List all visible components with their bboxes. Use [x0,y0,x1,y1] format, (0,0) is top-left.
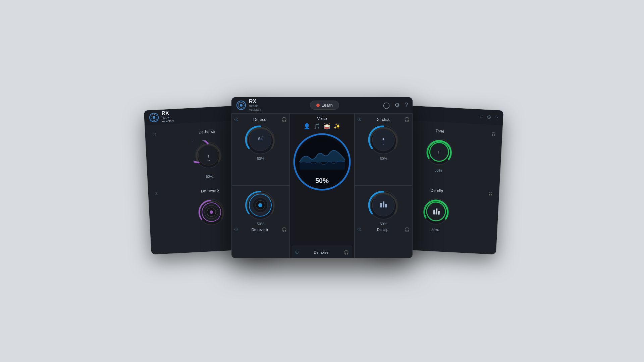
ear-icon-de-clip-back[interactable]: 🎧 [488,191,493,195]
voice-person-icon[interactable]: 👤 [304,123,310,129]
de-reverb-module: 50% ⓘ De-reverb 🎧 [231,186,290,258]
info-icon-de-click[interactable]: ⓘ [358,117,361,122]
settings-icon-front[interactable]: ⚙ [394,102,400,109]
back-right-de-clip-title: De-clip [430,188,443,193]
de-ess-title: De-ess [238,117,281,122]
svg-rect-20 [433,209,435,214]
front-panel-header: RX RepairAssistant Learn ◯ ⚙ ? [231,97,413,113]
learn-button[interactable]: Learn [310,101,339,110]
learn-button-dot [316,104,320,107]
voice-drums-icon[interactable]: 🥁 [324,123,330,129]
rx-logo-text-front: RX RepairAssistant [249,99,261,112]
header-icons: ◯ ⚙ ? [383,102,408,109]
ear-icon-de-reverb[interactable]: 🎧 [282,227,287,232]
ear-icon-de-clip[interactable]: 🎧 [405,227,410,232]
voice-instrument-icon[interactable]: 🎵 [314,123,320,129]
svg-text:Ss: Ss [258,137,263,141]
rx-logo-rx-back-left: RX [161,110,174,116]
back-left-de-reverb-title: De-reverb [201,188,219,194]
de-reverb-knob-back-left[interactable] [196,196,227,228]
rx-logo-icon-front [236,100,246,110]
svg-point-2 [153,116,155,119]
ear-icon-tone-back[interactable]: 🎧 [491,132,496,136]
de-ess-module: ⓘ De-ess 🎧 Ss } 50% [231,113,290,186]
info-icon-de-clip[interactable]: ⓘ [358,227,361,232]
rx-logo-back-left: RX RepairAssistant [149,110,174,124]
de-ess-value: 50% [257,157,264,161]
rx-logo-text-back-left: RX RepairAssistant [161,110,174,123]
back-right-tone-title: Tone [435,128,444,133]
svg-rect-44 [383,201,384,207]
rx-logo-rx-front: RX [249,99,261,104]
de-clip-module: 50% ⓘ De-clip 🎧 [355,186,413,258]
info-icon-de-noise[interactable]: ⓘ [295,250,299,255]
back-left-de-harsh-value: 50% [206,174,213,178]
svg-text:•: • [383,142,384,145]
de-noise-label-bar: ⓘ De-noise 🎧 [292,246,352,258]
front-panel: RX RepairAssistant Learn ◯ ⚙ ? ⓘ De-ess [231,97,413,258]
rx-logo-front: RX RepairAssistant [236,99,261,112]
de-clip-title: De-clip [377,228,388,232]
rx-logo-sub-front: RepairAssistant [249,104,261,112]
ear-icon-de-click[interactable]: 🎧 [404,117,410,122]
back-left-de-harsh-title: De-harsh [199,129,215,135]
svg-text:↩: ↩ [207,159,210,162]
de-harsh-knob-back[interactable]: ↑ ↩ [193,139,224,171]
svg-rect-43 [380,203,382,207]
learn-button-label: Learn [322,103,333,108]
svg-rect-45 [385,204,387,207]
voice-module: Voice 👤 🎵 🥁 ✨ [290,113,355,258]
de-click-value: 50% [380,157,387,161]
svg-rect-21 [436,208,438,215]
rx-logo-sub-back-left: RepairAssistant [162,116,174,123]
svg-text:}: } [263,136,264,139]
voice-title: Voice [317,116,327,121]
info-icon-de-ess[interactable]: ⓘ [234,117,238,122]
voice-waveform-container: 50% [293,133,352,191]
ear-icon-de-noise[interactable]: 🎧 [344,250,349,255]
info-icon-de-harsh-back[interactable]: ⓘ [152,132,156,137]
de-reverb-value: 50% [257,222,264,226]
settings-icon-back-right[interactable]: ⚙ [487,114,492,121]
voice-icons: 👤 🎵 🥁 ✨ [304,123,340,129]
rx-logo-icon-back-left [149,112,159,123]
back-right-tone-value: 50% [434,168,442,172]
de-click-header: ⓘ De-click 🎧 [358,117,410,122]
module-grid: ⓘ De-ess 🎧 Ss } 50% [231,113,413,258]
de-ess-header: ⓘ De-ess 🎧 [234,117,287,122]
info-icon-de-reverb[interactable]: ⓘ [234,227,238,232]
svg-rect-22 [438,211,440,215]
ear-icon-de-ess[interactable]: 🎧 [281,117,287,122]
svg-text:↑: ↑ [207,153,210,159]
search-icon-back-right[interactable]: ○ [479,114,483,120]
voice-fx-icon[interactable]: ✨ [334,123,340,129]
voice-value: 50% [315,177,329,185]
search-icon-front[interactable]: ◯ [383,102,390,109]
de-click-title: De-click [361,117,405,122]
de-reverb-title: De-reverb [252,228,268,232]
de-reverb-knob[interactable] [245,189,276,221]
de-clip-value: 50% [380,222,387,226]
help-icon-back-right[interactable]: ? [495,114,498,121]
tone-knob-back-right[interactable]: ♩↑ [423,136,455,168]
svg-text:♩↑: ♩↑ [437,150,441,155]
de-clip-label-bar: ⓘ De-clip 🎧 [358,227,410,232]
de-click-knob[interactable]: ✦ • [368,124,399,156]
info-icon-de-reverb-back-left[interactable]: ⓘ [155,191,159,196]
svg-text:✦: ✦ [381,136,385,142]
svg-point-25 [240,104,243,107]
de-clip-knob[interactable] [368,189,399,221]
de-reverb-label-bar: ⓘ De-reverb 🎧 [234,227,287,232]
app-scene: RX RepairAssistant ⓘ De-harsh 🎧 [188,97,456,265]
de-clip-knob-back-right[interactable] [420,196,452,228]
de-ess-knob[interactable]: Ss } [245,124,276,156]
back-right-de-clip-value: 50% [431,228,439,232]
de-noise-title: De-noise [314,250,328,254]
de-click-module: ⓘ De-click 🎧 ✦ • 50% [355,113,413,186]
svg-point-40 [258,203,262,207]
help-icon-front[interactable]: ? [405,102,408,109]
